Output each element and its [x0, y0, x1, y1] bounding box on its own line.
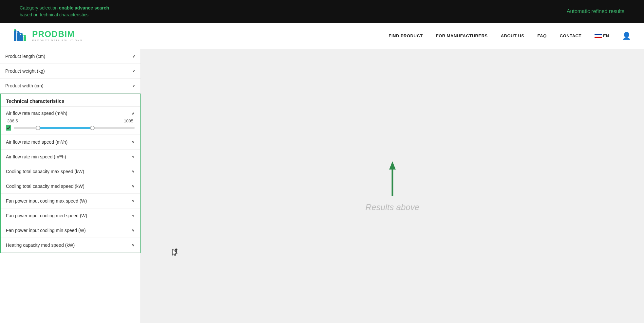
chevron-down-icon: ∨: [132, 213, 135, 218]
range-slider-wrap: [6, 125, 135, 131]
chevron-down-icon: ∨: [132, 228, 135, 233]
mouse-cursor: [172, 249, 179, 258]
range-thumb-left[interactable]: [36, 126, 40, 130]
filter-cooling-total-med[interactable]: Cooling total capacity med speed (kW) ∨: [1, 179, 140, 194]
filter-cooling-total-max[interactable]: Cooling total capacity max speed (kW) ∨: [1, 164, 140, 179]
language-selector[interactable]: EN: [595, 33, 609, 38]
annotation-right: Automatic refined results: [567, 9, 624, 14]
logo-name-bim: BIM: [58, 29, 75, 39]
header: PRODBIM PRODUCT DATA SOLUTIONS FIND PROD…: [0, 23, 644, 49]
chevron-down-icon: ∨: [132, 243, 135, 247]
chevron-down-icon: ∨: [132, 83, 135, 88]
svg-rect-2: [20, 35, 23, 41]
annotation-left: Category selection enable advance search…: [20, 5, 109, 18]
filter-cooling-total-max-label: Cooling total capacity max speed (kW): [6, 169, 84, 174]
results-above-text: Results above: [366, 202, 420, 212]
range-max-value: 1005: [124, 118, 133, 123]
tech-section: Technical characteristics Air flow rate …: [0, 94, 141, 253]
flag-icon: [595, 34, 602, 38]
filter-product-weight[interactable]: Product weight (kg) ∨: [0, 64, 141, 79]
logo-sub: PRODUCT DATA SOLUTIONS: [32, 39, 83, 42]
content-area: Results above ⬆: [141, 49, 644, 323]
cursor-indicator: ⬆: [174, 247, 179, 254]
results-arrow-icon: [386, 160, 399, 199]
range-checkbox[interactable]: [6, 125, 11, 131]
filter-air-flow-med-label: Air flow rate med speed (m³/h): [6, 139, 67, 145]
results-above-container: Results above: [366, 160, 420, 212]
logo-name-prod: PROD: [32, 29, 58, 39]
chevron-down-icon: ∨: [132, 199, 135, 203]
svg-marker-13: [172, 249, 177, 256]
filter-air-flow-min-label: Air flow rate min speed (m³/h): [6, 154, 66, 159]
filter-heating-capacity-med-label: Heating capacity med speed (kW): [6, 242, 75, 248]
filter-product-length[interactable]: Product length (cm) ∨: [0, 49, 141, 64]
filter-product-length-label: Product length (cm): [5, 54, 45, 59]
filter-fan-power-med-label: Fan power input cooling med speed (W): [6, 213, 87, 218]
filter-fan-power-min-label: Fan power input cooling min speed (W): [6, 228, 86, 233]
filter-fan-power-max-label: Fan power input cooling max speed (W): [6, 198, 87, 204]
chevron-up-icon: ∧: [132, 111, 135, 116]
chevron-down-icon: ∨: [132, 154, 135, 159]
filter-air-flow-med[interactable]: Air flow rate med speed (m³/h) ∨: [1, 135, 140, 150]
filter-air-flow-max-header[interactable]: Air flow rate max speed (m³/h) ∧: [6, 111, 135, 116]
filter-product-width-label: Product width (cm): [5, 83, 44, 88]
svg-rect-0: [14, 31, 16, 41]
nav-find-product[interactable]: FIND PRODUCT: [389, 33, 423, 38]
annotation-bold: enable advance search: [59, 5, 109, 10]
logo-name: PRODBIM: [32, 30, 83, 38]
filter-heating-capacity-med[interactable]: Heating capacity med speed (kW) ∨: [1, 238, 140, 253]
filter-fan-power-min[interactable]: Fan power input cooling min speed (W) ∨: [1, 223, 140, 238]
filter-air-flow-max-expanded: Air flow rate max speed (m³/h) ∧ 386.5 1…: [1, 107, 140, 135]
user-icon[interactable]: 👤: [622, 32, 631, 40]
filter-air-flow-min[interactable]: Air flow rate min speed (m³/h) ∨: [1, 150, 140, 164]
range-track[interactable]: [14, 127, 135, 129]
nav-faq[interactable]: FAQ: [538, 33, 547, 38]
nav-contact[interactable]: CONTACT: [560, 33, 581, 38]
svg-rect-1: [17, 33, 20, 41]
filter-fan-power-max[interactable]: Fan power input cooling max speed (W) ∨: [1, 194, 140, 208]
tech-section-title: Technical characteristics: [1, 94, 140, 107]
chevron-down-icon: ∨: [132, 140, 135, 144]
range-min-value: 386.5: [7, 118, 18, 123]
main-layout: Product length (cm) ∨ Product weight (kg…: [0, 49, 644, 323]
filter-fan-power-med[interactable]: Fan power input cooling med speed (W) ∨: [1, 208, 140, 223]
range-thumb-right[interactable]: [90, 126, 95, 130]
filter-cooling-total-med-label: Cooling total capacity med speed (kW): [6, 184, 85, 189]
nav-for-manufacturers[interactable]: FOR MANUFACTURERS: [436, 33, 488, 38]
lang-label: EN: [603, 33, 609, 38]
annotation-bar: Category selection enable advance search…: [0, 0, 644, 23]
filter-product-width[interactable]: Product width (cm) ∨: [0, 79, 141, 93]
filter-air-flow-max-label: Air flow rate max speed (m³/h): [6, 111, 67, 116]
main-nav: FIND PRODUCT FOR MANUFACTURERS ABOUT US …: [389, 32, 631, 40]
svg-marker-12: [389, 161, 396, 170]
sidebar: Product length (cm) ∨ Product weight (kg…: [0, 49, 141, 323]
range-fill: [38, 127, 92, 129]
logo-text-block: PRODBIM PRODUCT DATA SOLUTIONS: [32, 30, 83, 42]
logo-icon: [13, 28, 29, 44]
annotation-left-text2: based on technical characteristics: [20, 12, 88, 17]
chevron-down-icon: ∨: [132, 54, 135, 59]
range-values: 386.5 1005: [6, 118, 135, 123]
chevron-down-icon: ∨: [132, 184, 135, 188]
filter-product-weight-label: Product weight (kg): [5, 68, 45, 74]
chevron-down-icon: ∨: [132, 69, 135, 73]
svg-rect-3: [24, 37, 26, 41]
chevron-down-icon: ∨: [132, 169, 135, 174]
annotation-left-text1: Category selection: [20, 5, 59, 10]
nav-about-us[interactable]: ABOUT US: [501, 33, 524, 38]
logo-area: PRODBIM PRODUCT DATA SOLUTIONS: [13, 28, 83, 44]
